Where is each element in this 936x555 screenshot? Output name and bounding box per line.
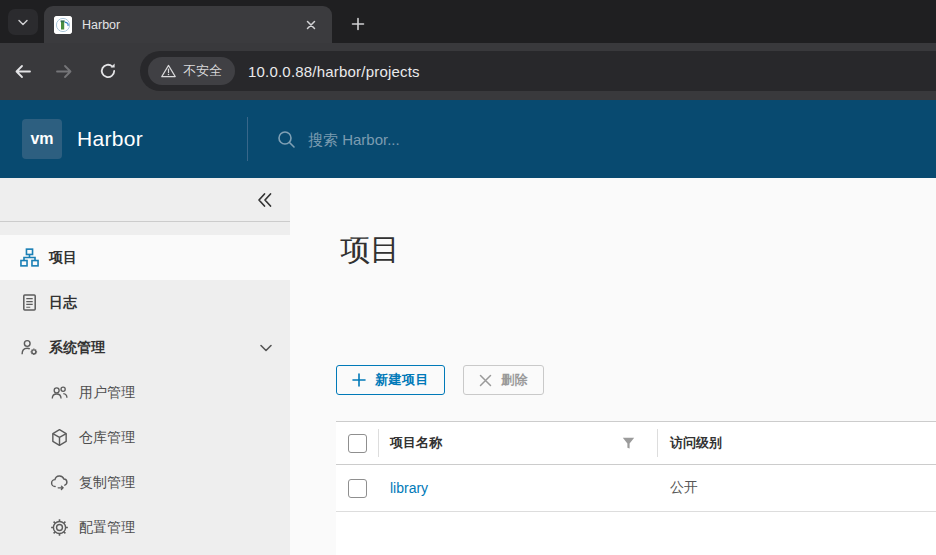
security-chip[interactable]: 不安全: [148, 57, 235, 85]
sidebar-item-logs[interactable]: 日志: [0, 280, 290, 325]
forward-button[interactable]: [48, 55, 80, 87]
back-button[interactable]: [6, 55, 38, 87]
security-label: 不安全: [183, 62, 222, 80]
address-bar[interactable]: 不安全 10.0.0.88/harbor/projects: [140, 51, 936, 91]
row-cell-access: 公开: [657, 479, 936, 497]
warning-icon: [161, 64, 176, 78]
sidebar-nav: 项目 日志 系统管理 用户管理: [0, 222, 290, 550]
header-divider: [247, 117, 248, 161]
delete-x-icon: [479, 374, 492, 387]
header-cell-name: 项目名称: [378, 429, 657, 457]
sidebar-item-replication-management[interactable]: 复制管理: [0, 460, 290, 505]
close-tab-button[interactable]: [300, 14, 322, 36]
tab-title: Harbor: [82, 18, 300, 32]
logs-icon: [20, 293, 39, 312]
sidebar-item-label: 日志: [49, 294, 77, 312]
access-level-value: 公开: [670, 479, 698, 497]
column-header-access-level: 访问级别: [670, 434, 722, 452]
browser-tab-harbor[interactable]: Harbor: [44, 6, 332, 43]
refresh-button[interactable]: [92, 55, 124, 87]
sidebar: 项目 日志 系统管理 用户管理: [0, 178, 290, 555]
sidebar-item-user-management[interactable]: 用户管理: [0, 370, 290, 415]
administration-icon: [20, 338, 39, 357]
new-project-button[interactable]: 新建项目: [336, 365, 445, 395]
row-cell-name: library: [378, 480, 657, 496]
action-buttons: 新建项目 删除: [336, 365, 544, 395]
new-project-label: 新建项目: [375, 371, 429, 389]
sidebar-item-configuration-management[interactable]: 配置管理: [0, 505, 290, 550]
harbor-favicon: [54, 16, 72, 34]
browser-tabstrip: Harbor: [0, 0, 936, 43]
delete-label: 删除: [501, 371, 528, 389]
column-header-project-name: 项目名称: [390, 434, 442, 452]
sidebar-item-label: 系统管理: [49, 339, 105, 357]
url-text: 10.0.0.88/harbor/projects: [248, 63, 420, 80]
table-header-row: 项目名称 访问级别: [336, 422, 936, 465]
header-checkbox-cell: [336, 422, 378, 464]
projects-table: 项目名称 访问级别 library 公开: [336, 421, 936, 555]
sidebar-item-label: 项目: [49, 249, 77, 267]
new-tab-button[interactable]: [344, 10, 372, 38]
harbor-header: vm Harbor: [0, 100, 936, 178]
select-all-checkbox[interactable]: [348, 434, 367, 453]
sidebar-item-administration[interactable]: 系统管理: [0, 325, 290, 370]
global-search: [276, 100, 558, 178]
product-name: Harbor: [77, 127, 143, 151]
tab-list-menu-button[interactable]: [8, 9, 38, 35]
page-title: 项目: [340, 230, 400, 271]
sidebar-collapse-row: [0, 178, 290, 222]
search-input[interactable]: [308, 131, 558, 148]
row-checkbox-cell: [336, 479, 378, 498]
replication-icon: [50, 473, 69, 492]
screen: Harbor 不安全 10.0.0.88/harbor/proj: [0, 0, 936, 555]
configuration-icon: [50, 518, 69, 537]
delete-button[interactable]: 删除: [463, 365, 544, 395]
sidebar-item-label: 复制管理: [79, 474, 135, 492]
harbor-brand[interactable]: vm Harbor: [22, 119, 143, 159]
sidebar-item-label: 用户管理: [79, 384, 135, 402]
project-link-library[interactable]: library: [390, 480, 428, 496]
filter-icon[interactable]: [622, 437, 635, 450]
plus-icon: [352, 373, 366, 387]
collapse-sidebar-icon: [254, 190, 274, 210]
chevron-down-icon[interactable]: [258, 340, 274, 356]
sidebar-item-label: 仓库管理: [79, 429, 135, 447]
sidebar-item-registry-management[interactable]: 仓库管理: [0, 415, 290, 460]
sidebar-item-projects[interactable]: 项目: [0, 235, 290, 280]
projects-icon: [20, 248, 39, 267]
browser-toolbar: 不安全 10.0.0.88/harbor/projects: [0, 43, 936, 100]
users-icon: [50, 383, 69, 402]
search-icon: [276, 129, 297, 150]
header-cell-access: 访问级别: [657, 429, 936, 457]
row-checkbox[interactable]: [348, 479, 367, 498]
sidebar-item-label: 配置管理: [79, 519, 135, 537]
vmware-logo: vm: [22, 119, 62, 159]
table-row: library 公开: [336, 465, 936, 512]
main-content: 项目 新建项目 删除 项目名称: [290, 178, 936, 555]
tab-list-chevron-icon: [15, 14, 31, 30]
registry-icon: [50, 428, 69, 447]
collapse-sidebar-button[interactable]: [251, 187, 277, 213]
